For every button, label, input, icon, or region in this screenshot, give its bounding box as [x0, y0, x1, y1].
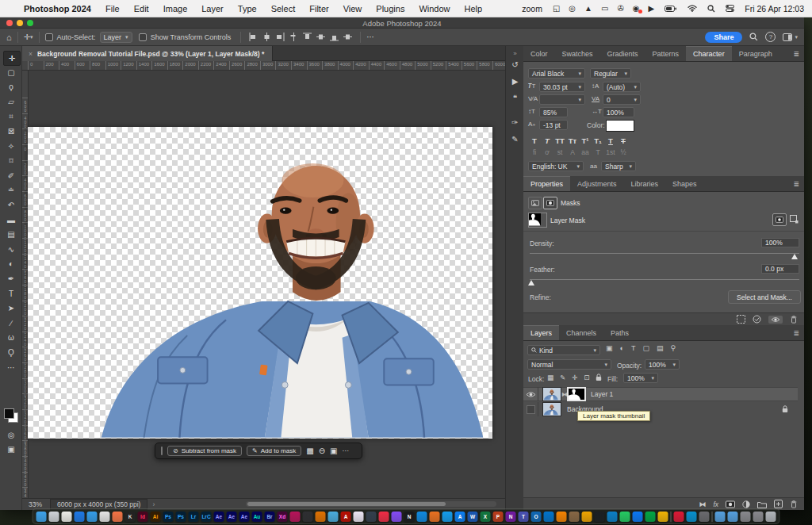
text-style-button-0[interactable]: T: [528, 135, 541, 146]
dock-icon-autodesk[interactable]: [674, 512, 684, 522]
dock-icon-folder-shared[interactable]: [753, 512, 764, 522]
eraser-tool[interactable]: ▬: [3, 213, 19, 227]
add-layer-mask-icon[interactable]: [726, 500, 735, 508]
menu-type[interactable]: Type: [238, 4, 257, 13]
dock-icon-lightroom[interactable]: Lr: [189, 512, 199, 522]
opentype-button-5[interactable]: T: [592, 147, 604, 157]
feather-slider[interactable]: [530, 279, 799, 280]
context-taskbar[interactable]: ⊘ Subtract from mask ✎ Add to mask ▩ ⊖ ▣…: [155, 443, 362, 459]
opentype-button-0[interactable]: fi: [528, 147, 541, 157]
dock-icon-colab[interactable]: [582, 512, 592, 522]
dock-icon-acrobat[interactable]: A: [341, 512, 351, 522]
distribute-v-icon[interactable]: [316, 33, 325, 41]
brush-tool[interactable]: ✐: [3, 169, 19, 182]
mask-properties-icon[interactable]: [543, 197, 557, 209]
align-equal-icon[interactable]: [289, 33, 298, 41]
dock-icon-whatsapp[interactable]: [620, 512, 630, 522]
scrollbar-thumb[interactable]: [247, 502, 446, 506]
dock-icon-meet[interactable]: [645, 512, 656, 522]
move-tool-icon[interactable]: ✛: [24, 33, 30, 41]
align-center-h-icon[interactable]: [262, 33, 271, 41]
wifi-icon[interactable]: [688, 5, 697, 12]
tab-character[interactable]: Character: [686, 46, 732, 61]
dock-icon-notes[interactable]: [62, 512, 72, 522]
dock-icon-folder-projects[interactable]: [741, 512, 751, 522]
dock-icon-finder[interactable]: [36, 512, 47, 522]
baseline-shift-field[interactable]: -13 pt: [539, 120, 568, 130]
shape-filter-icon[interactable]: ▢: [642, 344, 649, 352]
dock-icon-illustrator[interactable]: Ai: [151, 512, 161, 522]
dock-icon-fusion[interactable]: [687, 512, 697, 522]
dock-icon-after-effects-2[interactable]: Ae: [227, 512, 237, 522]
language-field[interactable]: English: UK▾: [528, 161, 584, 171]
healing-brush-tool[interactable]: ⌑: [3, 154, 19, 167]
fill-field[interactable]: 100%▾: [623, 373, 658, 383]
dock-icon-after-effects[interactable]: Ae: [214, 512, 224, 522]
tab-properties[interactable]: Properties: [523, 176, 570, 191]
menu-bar-clock[interactable]: Fri 26 Apr 12:03: [745, 4, 804, 13]
taskbar-drag-handle[interactable]: [161, 446, 163, 455]
dock-icon-globe-app[interactable]: [303, 512, 313, 522]
menu-help[interactable]: Help: [465, 4, 483, 13]
text-style-button-1[interactable]: T: [541, 135, 553, 146]
feather-slider-thumb[interactable]: [528, 280, 534, 285]
menu-view[interactable]: View: [343, 4, 362, 13]
apply-mask-icon[interactable]: [753, 315, 761, 324]
clone-stamp-tool[interactable]: ≐: [3, 183, 19, 197]
subtract-from-mask-button[interactable]: ⊘ Subtract from mask: [167, 446, 242, 456]
actions-panel-icon[interactable]: ▶: [509, 75, 521, 87]
density-slider-thumb[interactable]: [791, 254, 798, 259]
dock-icon-teamviewer[interactable]: [417, 512, 427, 522]
auto-select-checkbox[interactable]: [45, 33, 53, 41]
dock-icon-vscode[interactable]: [607, 512, 618, 522]
hand-tool[interactable]: ω: [3, 331, 19, 344]
layer1-visibility-eye-icon[interactable]: [523, 387, 538, 401]
lock-artboard-icon[interactable]: ⊡: [584, 374, 589, 381]
home-icon[interactable]: ⌂: [6, 33, 12, 42]
load-selection-icon[interactable]: [737, 315, 745, 324]
workspace-switcher[interactable]: ▾: [783, 33, 798, 41]
dock-icon-onenote[interactable]: N: [506, 512, 516, 522]
font-size-field[interactable]: 30.03 pt▾: [539, 82, 585, 92]
lock-all-icon[interactable]: [596, 374, 602, 381]
dock-icon-safari[interactable]: [87, 512, 98, 522]
share-button[interactable]: Share: [705, 32, 742, 43]
select-subject-icon[interactable]: ▩: [306, 446, 313, 455]
dock-icon-fresco[interactable]: [290, 512, 301, 522]
opentype-button-3[interactable]: A: [566, 147, 579, 157]
dock-icon-vm-app[interactable]: [366, 512, 377, 522]
horizontal-scrollbar[interactable]: [246, 501, 496, 507]
zoom-tool[interactable]: Ϙ: [3, 346, 19, 359]
dock-icon-folder-downloads[interactable]: [728, 512, 738, 522]
dock-icon-blender[interactable]: [316, 512, 326, 522]
menu-select[interactable]: Select: [271, 4, 296, 13]
screen-mirroring-icon[interactable]: ◱: [553, 5, 560, 13]
menu-file[interactable]: File: [105, 4, 120, 13]
character-panel-menu-icon[interactable]: ≣: [793, 46, 804, 61]
adjustment-layer-icon[interactable]: [742, 500, 750, 508]
gradient-tool[interactable]: ▤: [3, 228, 19, 241]
add-to-mask-button[interactable]: ✎ Add to mask: [247, 446, 301, 456]
blend-mode-field[interactable]: Normal▾: [527, 359, 611, 370]
dock-icon-github[interactable]: [595, 512, 605, 522]
layers-panel-menu-icon[interactable]: ≣: [793, 325, 804, 340]
quick-mask-button[interactable]: ◎: [3, 428, 19, 442]
opentype-button-1[interactable]: ơ: [541, 147, 553, 157]
smart-object-filter-icon[interactable]: ▤: [657, 344, 664, 352]
screen-mode-button[interactable]: ▣: [3, 443, 19, 456]
antialias-field[interactable]: Sharp▾: [601, 161, 636, 171]
opentype-button-2[interactable]: st: [553, 147, 566, 157]
invert-mask-icon[interactable]: ⊖: [319, 446, 325, 455]
zoom-level[interactable]: 33%: [29, 500, 42, 508]
dock-icon-teams[interactable]: T: [519, 512, 529, 522]
pixel-layer-filter-icon[interactable]: ▣: [606, 344, 613, 352]
tab-paths[interactable]: Paths: [603, 325, 636, 340]
text-style-button-4[interactable]: T¹: [579, 135, 592, 146]
menu-edit[interactable]: Edit: [134, 4, 149, 13]
mask-options-icon[interactable]: ▣: [330, 446, 337, 455]
window-title-bar[interactable]: Adobe Photoshop 2024: [0, 17, 804, 29]
background-thumbnail[interactable]: [542, 402, 561, 416]
dock-icon-powerpoint[interactable]: P: [493, 512, 504, 522]
tab-paragraph[interactable]: Paragraph: [732, 46, 779, 61]
history-panel-icon[interactable]: ↺: [509, 59, 521, 71]
